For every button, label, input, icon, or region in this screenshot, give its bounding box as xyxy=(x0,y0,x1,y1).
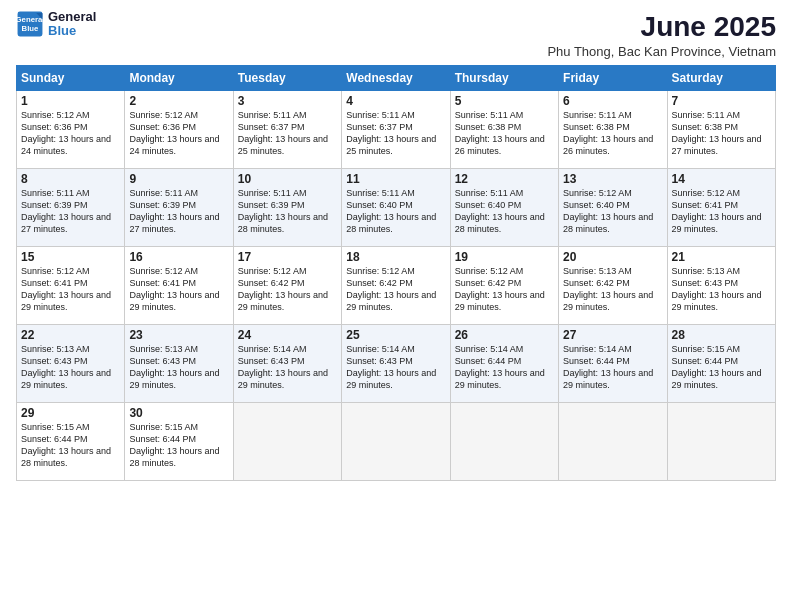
cell-info: Sunrise: 5:15 AMSunset: 6:44 PMDaylight:… xyxy=(21,422,111,468)
cell-info: Sunrise: 5:11 AMSunset: 6:38 PMDaylight:… xyxy=(563,110,653,156)
cell-2-0: 15 Sunrise: 5:12 AMSunset: 6:41 PMDaylig… xyxy=(17,246,125,324)
cell-2-2: 17 Sunrise: 5:12 AMSunset: 6:42 PMDaylig… xyxy=(233,246,341,324)
cell-1-4: 12 Sunrise: 5:11 AMSunset: 6:40 PMDaylig… xyxy=(450,168,558,246)
cell-info: Sunrise: 5:11 AMSunset: 6:37 PMDaylight:… xyxy=(238,110,328,156)
cell-info: Sunrise: 5:12 AMSunset: 6:42 PMDaylight:… xyxy=(238,266,328,312)
day-number: 28 xyxy=(672,328,771,342)
cell-3-0: 22 Sunrise: 5:13 AMSunset: 6:43 PMDaylig… xyxy=(17,324,125,402)
day-number: 12 xyxy=(455,172,554,186)
day-number: 9 xyxy=(129,172,228,186)
cell-info: Sunrise: 5:11 AMSunset: 6:40 PMDaylight:… xyxy=(455,188,545,234)
cell-1-2: 10 Sunrise: 5:11 AMSunset: 6:39 PMDaylig… xyxy=(233,168,341,246)
cell-1-0: 8 Sunrise: 5:11 AMSunset: 6:39 PMDayligh… xyxy=(17,168,125,246)
cell-0-5: 6 Sunrise: 5:11 AMSunset: 6:38 PMDayligh… xyxy=(559,90,667,168)
cell-info: Sunrise: 5:14 AMSunset: 6:43 PMDaylight:… xyxy=(238,344,328,390)
cell-3-6: 28 Sunrise: 5:15 AMSunset: 6:44 PMDaylig… xyxy=(667,324,775,402)
cell-info: Sunrise: 5:12 AMSunset: 6:42 PMDaylight:… xyxy=(346,266,436,312)
svg-text:Blue: Blue xyxy=(22,24,40,33)
cell-4-3 xyxy=(342,402,450,480)
header-sunday: Sunday xyxy=(17,65,125,90)
cell-3-4: 26 Sunrise: 5:14 AMSunset: 6:44 PMDaylig… xyxy=(450,324,558,402)
title-block: June 2025 Phu Thong, Bac Kan Province, V… xyxy=(547,10,776,59)
day-number: 17 xyxy=(238,250,337,264)
calendar-table: Sunday Monday Tuesday Wednesday Thursday… xyxy=(16,65,776,481)
day-number: 7 xyxy=(672,94,771,108)
cell-info: Sunrise: 5:11 AMSunset: 6:37 PMDaylight:… xyxy=(346,110,436,156)
cell-4-6 xyxy=(667,402,775,480)
cell-info: Sunrise: 5:12 AMSunset: 6:41 PMDaylight:… xyxy=(672,188,762,234)
cell-0-6: 7 Sunrise: 5:11 AMSunset: 6:38 PMDayligh… xyxy=(667,90,775,168)
week-row-4: 22 Sunrise: 5:13 AMSunset: 6:43 PMDaylig… xyxy=(17,324,776,402)
day-number: 25 xyxy=(346,328,445,342)
cell-info: Sunrise: 5:12 AMSunset: 6:41 PMDaylight:… xyxy=(129,266,219,312)
cell-info: Sunrise: 5:15 AMSunset: 6:44 PMDaylight:… xyxy=(672,344,762,390)
header-friday: Friday xyxy=(559,65,667,90)
cell-info: Sunrise: 5:11 AMSunset: 6:39 PMDaylight:… xyxy=(238,188,328,234)
day-number: 21 xyxy=(672,250,771,264)
day-number: 14 xyxy=(672,172,771,186)
cell-3-1: 23 Sunrise: 5:13 AMSunset: 6:43 PMDaylig… xyxy=(125,324,233,402)
cell-info: Sunrise: 5:11 AMSunset: 6:38 PMDaylight:… xyxy=(455,110,545,156)
cell-info: Sunrise: 5:14 AMSunset: 6:44 PMDaylight:… xyxy=(455,344,545,390)
logo: General Blue General Blue xyxy=(16,10,96,39)
cell-2-3: 18 Sunrise: 5:12 AMSunset: 6:42 PMDaylig… xyxy=(342,246,450,324)
cell-info: Sunrise: 5:13 AMSunset: 6:43 PMDaylight:… xyxy=(672,266,762,312)
header: General Blue General Blue June 2025 Phu … xyxy=(16,10,776,59)
cell-info: Sunrise: 5:11 AMSunset: 6:39 PMDaylight:… xyxy=(21,188,111,234)
cell-info: Sunrise: 5:12 AMSunset: 6:42 PMDaylight:… xyxy=(455,266,545,312)
day-number: 27 xyxy=(563,328,662,342)
cell-3-5: 27 Sunrise: 5:14 AMSunset: 6:44 PMDaylig… xyxy=(559,324,667,402)
cell-0-3: 4 Sunrise: 5:11 AMSunset: 6:37 PMDayligh… xyxy=(342,90,450,168)
calendar-header: Sunday Monday Tuesday Wednesday Thursday… xyxy=(17,65,776,90)
day-number: 3 xyxy=(238,94,337,108)
cell-info: Sunrise: 5:12 AMSunset: 6:36 PMDaylight:… xyxy=(21,110,111,156)
cell-3-3: 25 Sunrise: 5:14 AMSunset: 6:43 PMDaylig… xyxy=(342,324,450,402)
cell-3-2: 24 Sunrise: 5:14 AMSunset: 6:43 PMDaylig… xyxy=(233,324,341,402)
logo-text: General Blue xyxy=(48,10,96,39)
week-row-5: 29 Sunrise: 5:15 AMSunset: 6:44 PMDaylig… xyxy=(17,402,776,480)
cell-info: Sunrise: 5:15 AMSunset: 6:44 PMDaylight:… xyxy=(129,422,219,468)
cell-info: Sunrise: 5:12 AMSunset: 6:40 PMDaylight:… xyxy=(563,188,653,234)
day-number: 24 xyxy=(238,328,337,342)
day-number: 5 xyxy=(455,94,554,108)
day-number: 30 xyxy=(129,406,228,420)
cell-1-5: 13 Sunrise: 5:12 AMSunset: 6:40 PMDaylig… xyxy=(559,168,667,246)
cell-info: Sunrise: 5:11 AMSunset: 6:40 PMDaylight:… xyxy=(346,188,436,234)
cell-4-0: 29 Sunrise: 5:15 AMSunset: 6:44 PMDaylig… xyxy=(17,402,125,480)
cell-0-0: 1 Sunrise: 5:12 AMSunset: 6:36 PMDayligh… xyxy=(17,90,125,168)
day-number: 2 xyxy=(129,94,228,108)
day-number: 8 xyxy=(21,172,120,186)
cell-1-6: 14 Sunrise: 5:12 AMSunset: 6:41 PMDaylig… xyxy=(667,168,775,246)
cell-4-4 xyxy=(450,402,558,480)
week-row-3: 15 Sunrise: 5:12 AMSunset: 6:41 PMDaylig… xyxy=(17,246,776,324)
cell-4-1: 30 Sunrise: 5:15 AMSunset: 6:44 PMDaylig… xyxy=(125,402,233,480)
day-number: 13 xyxy=(563,172,662,186)
header-wednesday: Wednesday xyxy=(342,65,450,90)
day-number: 22 xyxy=(21,328,120,342)
week-row-1: 1 Sunrise: 5:12 AMSunset: 6:36 PMDayligh… xyxy=(17,90,776,168)
cell-4-5 xyxy=(559,402,667,480)
day-number: 4 xyxy=(346,94,445,108)
cell-info: Sunrise: 5:13 AMSunset: 6:42 PMDaylight:… xyxy=(563,266,653,312)
cell-4-2 xyxy=(233,402,341,480)
week-row-2: 8 Sunrise: 5:11 AMSunset: 6:39 PMDayligh… xyxy=(17,168,776,246)
day-number: 6 xyxy=(563,94,662,108)
cell-0-4: 5 Sunrise: 5:11 AMSunset: 6:38 PMDayligh… xyxy=(450,90,558,168)
cell-info: Sunrise: 5:14 AMSunset: 6:43 PMDaylight:… xyxy=(346,344,436,390)
cell-0-2: 3 Sunrise: 5:11 AMSunset: 6:37 PMDayligh… xyxy=(233,90,341,168)
day-number: 16 xyxy=(129,250,228,264)
subtitle: Phu Thong, Bac Kan Province, Vietnam xyxy=(547,44,776,59)
main-title: June 2025 xyxy=(547,10,776,44)
header-saturday: Saturday xyxy=(667,65,775,90)
day-number: 23 xyxy=(129,328,228,342)
day-number: 1 xyxy=(21,94,120,108)
page: General Blue General Blue June 2025 Phu … xyxy=(0,0,792,612)
day-number: 11 xyxy=(346,172,445,186)
day-number: 29 xyxy=(21,406,120,420)
cell-0-1: 2 Sunrise: 5:12 AMSunset: 6:36 PMDayligh… xyxy=(125,90,233,168)
cell-info: Sunrise: 5:11 AMSunset: 6:39 PMDaylight:… xyxy=(129,188,219,234)
day-number: 20 xyxy=(563,250,662,264)
cell-info: Sunrise: 5:11 AMSunset: 6:38 PMDaylight:… xyxy=(672,110,762,156)
cell-2-4: 19 Sunrise: 5:12 AMSunset: 6:42 PMDaylig… xyxy=(450,246,558,324)
cell-1-1: 9 Sunrise: 5:11 AMSunset: 6:39 PMDayligh… xyxy=(125,168,233,246)
